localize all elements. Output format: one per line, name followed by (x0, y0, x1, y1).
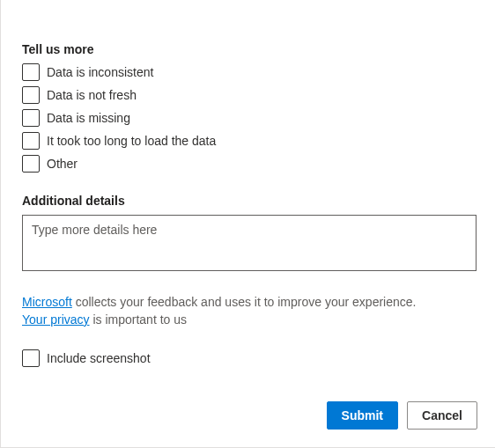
legal-text-2: is important to us (90, 312, 188, 327)
additional-details-input[interactable] (22, 215, 477, 271)
checkbox-too-long[interactable] (22, 132, 40, 150)
include-screenshot-label: Include screenshot (47, 351, 151, 365)
dialog-buttons: Submit Cancel (327, 401, 477, 430)
include-screenshot-row: Include screenshot (22, 349, 477, 367)
checkbox-label-missing: Data is missing (47, 111, 130, 125)
checkbox-row-other: Other (22, 155, 477, 173)
legal-text: Microsoft collects your feedback and use… (22, 293, 477, 328)
additional-details-heading: Additional details (22, 194, 477, 208)
feedback-panel: Tell us more Data is inconsistent Data i… (0, 0, 495, 448)
legal-text-1: collects your feedback and uses it to im… (72, 295, 417, 309)
checkbox-label-not-fresh: Data is not fresh (47, 88, 137, 102)
cancel-button[interactable]: Cancel (407, 401, 477, 430)
checkbox-missing[interactable] (22, 109, 40, 127)
issue-checkbox-list: Data is inconsistent Data is not fresh D… (22, 63, 477, 173)
checkbox-not-fresh[interactable] (22, 86, 40, 104)
tell-us-more-heading: Tell us more (22, 42, 477, 56)
checkbox-label-other: Other (47, 157, 78, 171)
checkbox-inconsistent[interactable] (22, 63, 40, 81)
microsoft-link[interactable]: Microsoft (22, 295, 72, 309)
checkbox-label-too-long: It took too long to load the data (47, 134, 216, 148)
submit-button[interactable]: Submit (327, 401, 398, 430)
privacy-link[interactable]: Your privacy (22, 312, 90, 327)
checkbox-row-not-fresh: Data is not fresh (22, 86, 477, 104)
checkbox-other[interactable] (22, 155, 40, 173)
checkbox-label-inconsistent: Data is inconsistent (47, 65, 153, 79)
checkbox-include-screenshot[interactable] (22, 349, 40, 367)
checkbox-row-too-long: It took too long to load the data (22, 132, 477, 150)
checkbox-row-missing: Data is missing (22, 109, 477, 127)
checkbox-row-inconsistent: Data is inconsistent (22, 63, 477, 81)
